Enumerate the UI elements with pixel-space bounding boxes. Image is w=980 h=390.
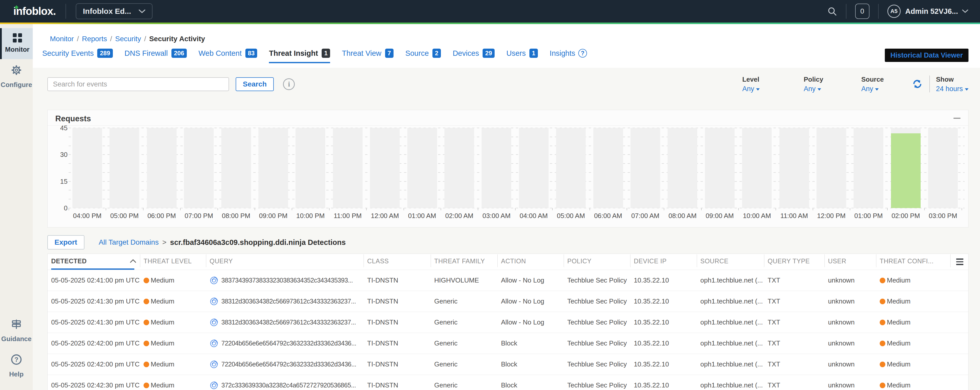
sidebar-item[interactable]: Monitor	[0, 28, 33, 59]
cell-threat-family: Generic	[431, 354, 498, 375]
breadcrumb-link[interactable]: Monitor	[50, 35, 74, 43]
column-header[interactable]: DEVICE IP	[630, 254, 697, 270]
notification-badge[interactable]: 0	[855, 3, 869, 19]
cell-threat-family: Generic	[431, 312, 498, 333]
column-header[interactable]: THREAT CONFI...	[876, 254, 950, 270]
cell-source: oph1.techblue.net (...	[697, 270, 764, 291]
cell-threat-level: Medium	[140, 270, 206, 291]
table-row[interactable]: 05-05-2025 02:41:00 pm UTC Medium 383734…	[48, 270, 968, 291]
table-row[interactable]: 05-05-2025 02:41:30 pm UTC Medium 38312d…	[48, 312, 968, 333]
cell-device-ip: 10.35.22.10	[630, 270, 697, 291]
sidebar-item-icon	[11, 64, 22, 78]
collapse-icon[interactable]	[953, 118, 961, 119]
tab[interactable]: Devices 29	[453, 49, 495, 63]
column-header[interactable]: THREAT LEVEL	[140, 254, 206, 270]
tab[interactable]: Threat View 7	[342, 49, 393, 63]
cell-threat-family: Generic	[431, 291, 498, 312]
sidebar-item[interactable]: Guidance	[0, 313, 33, 349]
tab[interactable]: Users 1	[506, 49, 538, 63]
column-header[interactable]: CLASS	[364, 254, 431, 270]
search-button[interactable]: Search	[235, 77, 274, 91]
historical-data-viewer-button[interactable]: Historical Data Viewer	[885, 49, 969, 62]
column-header[interactable]: QUERY TYPE	[764, 254, 824, 270]
breadcrumb-link[interactable]: Security	[115, 35, 141, 43]
cell-detected: 05-05-2025 02:42:00 pm UTC	[48, 354, 140, 375]
tab[interactable]: Threat Insight 1	[269, 49, 330, 63]
table-row[interactable]: 05-05-2025 02:42:00 pm UTC Medium 72204b…	[48, 333, 968, 353]
avatar[interactable]: A5	[888, 5, 900, 18]
tab-count-badge: 83	[245, 49, 258, 58]
app-selector-button[interactable]: Infoblox Ed...	[76, 3, 153, 19]
topbar-divider	[65, 4, 66, 19]
column-header-detected[interactable]: DETECTED	[48, 254, 140, 270]
cell-device-ip: 10.35.22.10	[630, 291, 697, 312]
sidebar-item-icon	[13, 33, 22, 43]
cell-policy: Techblue Sec Policy	[564, 354, 630, 375]
column-header[interactable]: THREAT FAMILY	[431, 254, 498, 270]
cell-detected: 05-05-2025 02:41:00 pm UTC	[48, 270, 140, 291]
table-row[interactable]: 05-05-2025 02:42:00 pm UTC Medium 72204b…	[48, 353, 968, 375]
cell-query: 383734393738333230383634352c343435393...	[206, 270, 364, 291]
threat-query-icon[interactable]	[210, 339, 218, 348]
tab[interactable]: Source 2	[405, 49, 441, 63]
table-menu-button[interactable]	[950, 254, 968, 270]
cell-class: TI-DNSTN	[364, 291, 431, 312]
cell-action: Block	[498, 375, 564, 390]
threat-query-icon[interactable]	[210, 381, 218, 390]
chart-hour-band	[333, 128, 363, 208]
tab[interactable]: Security Events 289	[42, 49, 113, 63]
threat-level-dot	[143, 299, 149, 304]
column-header[interactable]: SOURCE	[697, 254, 764, 270]
tab[interactable]: Insights ?	[550, 49, 587, 63]
show-filter-dropdown[interactable]: 24 hours	[936, 85, 969, 93]
cell-query: 72204b656e6e6564792c3632332d33362d3436..…	[206, 333, 364, 353]
column-header[interactable]: QUERY	[206, 254, 364, 270]
cell-query: 72204b656e6e6564792c3632332d33362d3436..…	[206, 354, 364, 375]
chart-hour-band	[296, 128, 325, 208]
search-input[interactable]	[47, 77, 229, 91]
column-header[interactable]: USER	[824, 254, 876, 270]
export-button[interactable]: Export	[47, 235, 84, 250]
table-row[interactable]: 05-05-2025 02:41:30 pm UTC Medium 38312d…	[48, 291, 968, 312]
table-row[interactable]: 05-05-2025 02:42:30 pm UTC Medium 372c33…	[48, 375, 968, 390]
threat-query-icon[interactable]	[210, 276, 218, 285]
threat-level-dot	[143, 341, 149, 346]
threat-query-icon[interactable]	[210, 297, 218, 306]
tabs: Security Events 289 DNS Firewall 206 Web…	[42, 49, 599, 63]
source-filter-dropdown[interactable]: Any	[861, 85, 912, 93]
column-header[interactable]: POLICY	[564, 254, 630, 270]
cell-device-ip: 10.35.22.10	[630, 312, 697, 333]
breadcrumb-link[interactable]: Reports	[82, 35, 107, 43]
tab-label: Threat Insight	[269, 49, 318, 57]
threat-query-icon[interactable]	[210, 360, 218, 369]
refresh-button[interactable]	[912, 78, 923, 91]
user-menu-label[interactable]: Admin 52VJ6...	[905, 7, 958, 16]
top-bar: infoblox. Infoblox Ed... 0 A5 Admin 52VJ…	[0, 0, 980, 22]
tab-count-badge: 7	[385, 49, 393, 58]
cell-source: oph1.techblue.net (...	[697, 333, 764, 353]
cell-source: oph1.techblue.net (...	[697, 375, 764, 390]
sidebar-item[interactable]: ? Help	[0, 349, 33, 384]
cell-source: oph1.techblue.net (...	[697, 354, 764, 375]
column-header[interactable]: ACTION	[498, 254, 564, 270]
threat-query-icon[interactable]	[210, 318, 218, 327]
tab-label: Devices	[453, 49, 479, 57]
tab-count-badge: 1	[321, 49, 330, 58]
policy-filter-dropdown[interactable]: Any	[804, 85, 861, 93]
cell-threat-confidence: Medium	[876, 291, 950, 312]
info-icon[interactable]: i	[283, 78, 295, 90]
chevron-down-icon[interactable]	[962, 10, 968, 13]
cell-menu	[950, 333, 968, 353]
help-icon: ?	[578, 49, 587, 57]
tab[interactable]: Web Content 83	[199, 49, 257, 63]
detections-title: scr.fbaf34606a3c09.shopping.ddi.ninja De…	[170, 238, 346, 247]
level-filter-dropdown[interactable]: Any	[742, 85, 804, 93]
all-target-domains-link[interactable]: All Target Domains	[99, 238, 159, 247]
cell-user: unknown	[824, 312, 876, 333]
cell-query-type: TXT	[764, 270, 824, 291]
tab[interactable]: DNS Firewall 206	[125, 49, 187, 63]
sidebar-item[interactable]: Configure	[0, 59, 33, 94]
chart-bar[interactable]	[891, 133, 921, 208]
sidebar-item-label: Configure	[1, 81, 32, 89]
search-icon[interactable]	[827, 6, 837, 16]
